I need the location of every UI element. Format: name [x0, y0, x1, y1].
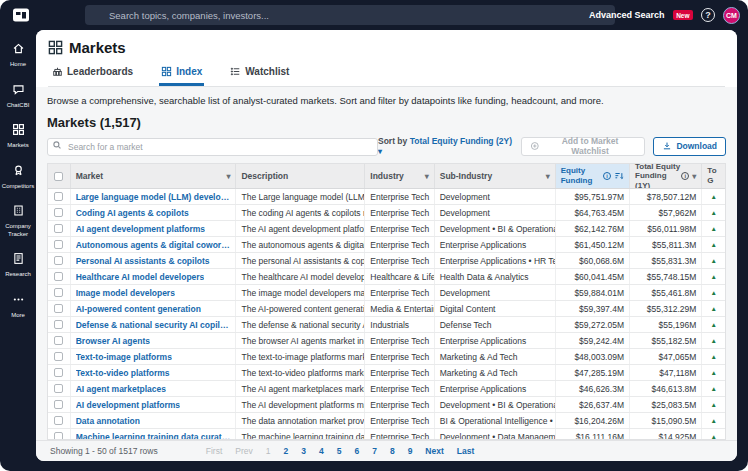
row-checkbox[interactable] — [54, 192, 63, 201]
page-6[interactable]: 6 — [354, 446, 359, 456]
page-2[interactable]: 2 — [283, 446, 288, 456]
page-prev[interactable]: Prev — [235, 446, 252, 456]
page-first[interactable]: First — [206, 446, 223, 456]
tab-label: Index — [176, 66, 202, 77]
row-checkbox[interactable] — [54, 256, 63, 265]
row-checkbox[interactable] — [54, 240, 63, 249]
sidebar-item-label: Home — [10, 61, 26, 69]
row-checkbox[interactable] — [54, 336, 63, 345]
page-1[interactable]: 1 — [266, 446, 271, 456]
leaderboards-icon — [52, 66, 63, 77]
page-9[interactable]: 9 — [408, 446, 413, 456]
row-checkbox[interactable] — [54, 384, 63, 393]
tef-1y-cell: $57,962M — [630, 205, 702, 220]
sidebar-item-company-tracker[interactable]: Company Tracker — [0, 203, 36, 238]
column-header-trend-truncated[interactable]: ToG — [702, 164, 725, 188]
help-icon[interactable]: ? — [701, 8, 715, 22]
market-link[interactable]: Coding AI agents & copilots — [76, 208, 189, 218]
page-3[interactable]: 3 — [301, 446, 306, 456]
trend-cell: ▲ — [702, 205, 725, 220]
sidebar-item-competitors[interactable]: Competitors — [0, 163, 36, 191]
market-link[interactable]: Large language model (LLM) developers — [76, 192, 231, 202]
page-5[interactable]: 5 — [337, 446, 342, 456]
watchlist-icon — [230, 66, 241, 77]
page-last[interactable]: Last — [457, 446, 474, 456]
description-cell: The AI-powered content generation... — [236, 301, 365, 316]
page-next[interactable]: Next — [425, 446, 443, 456]
row-checkbox[interactable] — [54, 320, 63, 329]
avatar[interactable]: CM — [723, 7, 740, 24]
tef-1y-cell: $47,118M — [630, 365, 702, 380]
column-header-sub-industry[interactable]: Sub-Industry▾ — [435, 164, 556, 188]
description-cell: The autonomous agents & digital... — [236, 237, 365, 252]
description-cell: The image model developers market... — [236, 285, 365, 300]
page-8[interactable]: 8 — [390, 446, 395, 456]
column-header-industry[interactable]: Industry▾ — [365, 164, 434, 188]
row-checkbox[interactable] — [54, 352, 63, 361]
sidebar-item-label: Research — [5, 271, 31, 279]
download-button[interactable]: Download — [653, 137, 726, 156]
global-search-input[interactable] — [85, 5, 615, 25]
sub-industry-text: Development — [440, 208, 490, 218]
description-text: The machine learning training data — [241, 432, 365, 440]
markets-grid-icon — [48, 40, 63, 55]
market-link[interactable]: Machine learning training data curation — [76, 432, 231, 440]
market-link[interactable]: AI development platforms — [76, 400, 180, 410]
page-4[interactable]: 4 — [319, 446, 324, 456]
market-link[interactable]: Personal AI assistants & copilots — [76, 256, 210, 266]
row-checkbox-cell — [48, 317, 71, 332]
row-checkbox[interactable] — [54, 208, 63, 217]
advanced-search-link[interactable]: Advanced Search — [589, 10, 665, 20]
row-checkbox[interactable] — [54, 432, 63, 439]
market-link[interactable]: Healthcare AI model developers — [76, 272, 205, 282]
column-header-market[interactable]: Market▾ — [71, 164, 237, 188]
tef-2y-cell: $16,204.26M — [556, 413, 630, 428]
market-link[interactable]: Data annotation — [76, 416, 140, 426]
sidebar-item-chatcbi[interactable]: ChatCBI — [0, 82, 36, 110]
column-header-tef-2y[interactable]: Total EquityFunding (2Y) i — [556, 164, 630, 188]
row-checkbox[interactable] — [54, 368, 63, 377]
sidebar-item-label: Markets — [7, 142, 28, 150]
row-checkbox[interactable] — [54, 416, 63, 425]
row-checkbox[interactable] — [54, 400, 63, 409]
sub-industry-text: Marketing & Ad Tech — [440, 368, 518, 378]
add-to-watchlist-button[interactable]: Add to Market Watchlist — [521, 137, 645, 156]
row-checkbox[interactable] — [54, 224, 63, 233]
sort-by-control[interactable]: Sort by Total Equity Funding (2Y) ▾ — [378, 136, 513, 156]
market-link[interactable]: AI agent development platforms — [76, 224, 205, 234]
sidebar-item-home[interactable]: Home — [0, 41, 36, 69]
market-link[interactable]: Defense & national security AI copilots — [76, 320, 231, 330]
description-cell: The personal AI assistants & copilot... — [236, 253, 365, 268]
market-link[interactable]: Browser AI agents — [76, 336, 150, 346]
market-link[interactable]: AI-powered content generation — [76, 304, 201, 314]
row-checkbox-cell — [48, 413, 71, 428]
market-search-input[interactable] — [47, 138, 378, 156]
column-header-tef-1y[interactable]: Total EquityFunding (1Y) i ▾ — [630, 164, 702, 188]
row-checkbox[interactable] — [54, 288, 63, 297]
sidebar-item-more[interactable]: More — [0, 292, 36, 320]
market-link[interactable]: Autonomous agents & digital coworkers — [76, 240, 231, 250]
cbinsights-logo[interactable] — [12, 6, 30, 24]
tab-index[interactable]: Index — [159, 62, 204, 86]
info-icon[interactable]: i — [603, 172, 611, 180]
tab-label: Watchlist — [245, 66, 289, 77]
sidebar-item-research[interactable]: Research — [0, 251, 36, 279]
market-link[interactable]: Text-to-video platforms — [76, 368, 170, 378]
page-7[interactable]: 7 — [372, 446, 377, 456]
select-all-checkbox[interactable] — [48, 164, 71, 188]
row-checkbox[interactable] — [54, 272, 63, 281]
tef-2y-cell: $59,272.05M — [556, 317, 630, 332]
market-link[interactable]: Image model developers — [76, 288, 175, 298]
sidebar-item-markets[interactable]: Markets — [0, 122, 36, 150]
info-icon[interactable]: i — [681, 172, 689, 180]
tab-watchlist[interactable]: Watchlist — [228, 62, 291, 86]
market-link[interactable]: AI agent marketplaces — [76, 384, 166, 394]
trend-cell: ▲ — [702, 269, 725, 284]
market-cell: Healthcare AI model developers — [71, 269, 237, 284]
sidebar: HomeChatCBIMarketsCompetitorsCompany Tra… — [0, 30, 36, 471]
industry-cell: Healthcare & Life... — [365, 269, 434, 284]
market-link[interactable]: Text-to-image platforms — [76, 352, 172, 362]
row-checkbox[interactable] — [54, 304, 63, 313]
tab-leaderboards[interactable]: Leaderboards — [50, 62, 135, 86]
trend-cell: ▲ — [702, 365, 725, 380]
